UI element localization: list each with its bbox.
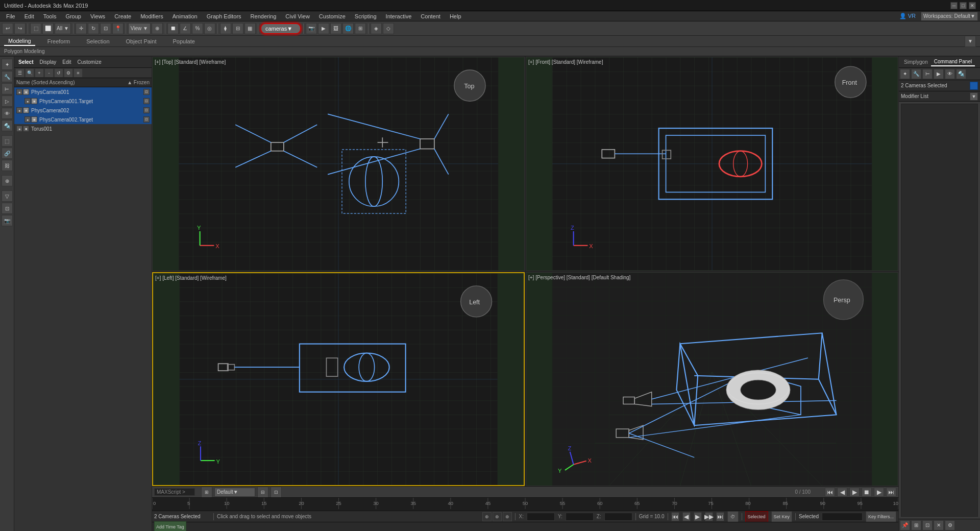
viewport-top[interactable]: [+] [Top] [Standard] [Wireframe] <box>152 57 525 271</box>
mirror-button[interactable]: ⧫ <box>220 23 231 34</box>
ref-coord-dropdown[interactable]: View ▼ <box>128 23 151 34</box>
prev-frame-button[interactable]: ◀ <box>837 488 847 497</box>
align-button[interactable]: ⊟ <box>232 23 243 34</box>
slate-material[interactable]: ◈ <box>371 23 382 34</box>
viewport-left[interactable]: [+] [Left] [Standard] [Wireframe] <box>152 272 525 487</box>
display-panel-icon[interactable]: 👁 <box>945 69 955 79</box>
scene-search-icon[interactable]: 🔍 <box>25 68 34 78</box>
select-filter-icon[interactable]: ▽ <box>2 190 13 202</box>
frame-nav-5[interactable]: ⏭ <box>716 512 724 521</box>
make-unique-icon[interactable]: ⊡ <box>922 520 933 530</box>
play-button[interactable]: ▶ <box>849 488 860 497</box>
maximize-button[interactable]: □ <box>960 2 967 9</box>
ribbon-tab-freeform[interactable]: Freeform <box>43 37 75 45</box>
go-end-button[interactable]: ⏭ <box>886 488 896 497</box>
frame-nav-1[interactable]: ⏮ <box>671 512 679 521</box>
frame-nav-3[interactable]: ▶ <box>694 512 702 521</box>
select-object-button[interactable]: ⬚ <box>30 23 41 34</box>
visibility-icon[interactable]: ● <box>16 126 22 132</box>
modify-icon[interactable]: 🔧 <box>2 71 13 82</box>
viewport-perspective[interactable]: [+] [Perspective] [Standard] [Default Sh… <box>526 272 898 487</box>
unlink-icon[interactable]: ⛓ <box>2 160 13 171</box>
time-config-btn[interactable]: ⏱ <box>727 511 739 522</box>
select-move-button[interactable]: ✛ <box>76 23 87 34</box>
menu-content[interactable]: Content <box>416 12 445 20</box>
color-swatch[interactable] <box>970 82 978 90</box>
menu-animation[interactable]: Animation <box>168 12 202 20</box>
key-filters-btn[interactable]: Key Filters... <box>866 511 896 522</box>
command-panel-tab[interactable]: Command Panel <box>931 58 975 66</box>
menu-file[interactable]: File <box>2 12 19 20</box>
viewport-front[interactable]: [+] [Front] [Standard] [Wireframe] <box>526 57 898 271</box>
scene-settings-icon[interactable]: ⚙ <box>64 68 73 78</box>
set-key-btn[interactable]: Set Key <box>771 511 793 522</box>
select-obj-icon[interactable]: ⬚ <box>2 135 13 147</box>
scene-row-physcam001[interactable]: ● ■ PhysCamera001 ⊡ <box>14 87 152 96</box>
close-button[interactable]: ✕ <box>969 2 976 9</box>
utilities-icon[interactable]: 🔩 <box>2 120 13 131</box>
ribbon-tab-selection[interactable]: Selection <box>82 37 113 45</box>
spinner-snap[interactable]: ◎ <box>204 23 215 34</box>
scene-row-physcam001target[interactable]: ● ■ PhysCamera001.Target ⊡ <box>14 96 152 106</box>
visibility-icon[interactable]: ● <box>24 116 31 123</box>
hierarchy-icon[interactable]: ⊢ <box>2 83 13 94</box>
workspaces-dropdown[interactable]: Workspaces: Default ▼ <box>921 12 978 21</box>
menu-create[interactable]: Create <box>110 12 135 20</box>
add-time-tag-btn[interactable]: Add Time Tag <box>154 521 186 532</box>
menu-views[interactable]: Views <box>86 12 109 20</box>
menu-modifiers[interactable]: Modifiers <box>136 12 167 20</box>
z-input[interactable] <box>604 513 632 521</box>
layer-btn2[interactable]: ⊟ <box>257 487 268 498</box>
remove-modifier-icon[interactable]: ✕ <box>934 520 944 530</box>
layer-btn3[interactable]: ⊡ <box>271 487 282 498</box>
selection-filter-dropdown[interactable]: All ▼ <box>55 23 71 34</box>
hierarchy-panel-icon[interactable]: ⊢ <box>922 69 933 79</box>
zoom-extents-all-icon[interactable]: ⊡ <box>2 203 13 214</box>
environment[interactable]: 🌐 <box>342 23 354 34</box>
menu-interactive[interactable]: Interactive <box>382 12 416 20</box>
scale-button[interactable]: ⊡ <box>100 23 111 34</box>
menu-civil-view[interactable]: Civil View <box>281 12 313 20</box>
display-icon[interactable]: 👁 <box>2 108 13 119</box>
link-icon[interactable]: 🔗 <box>2 148 13 159</box>
menu-help[interactable]: Help <box>446 12 465 20</box>
placement-button[interactable]: 📍 <box>112 23 124 34</box>
render-production[interactable]: 🖼 <box>330 23 341 34</box>
frame-nav-4[interactable]: ▶▶ <box>705 512 713 521</box>
menu-customize[interactable]: Customize <box>315 12 350 20</box>
render-frame-window[interactable]: ⊞ <box>355 23 366 34</box>
menu-group[interactable]: Group <box>61 12 85 20</box>
scene-row-physcam002[interactable]: ● ■ PhysCamera002 ⊡ <box>14 106 152 115</box>
minimize-button[interactable]: ─ <box>950 2 958 9</box>
menu-scripting[interactable]: Scripting <box>351 12 381 20</box>
motion-icon[interactable]: ▷ <box>2 95 13 107</box>
scene-row-torus001[interactable]: ● ■ Torus001 <box>14 124 152 133</box>
render-icon[interactable]: 📷 <box>2 215 13 226</box>
layer-dropdown[interactable]: Default ▼ <box>214 488 255 497</box>
modifier-list-dropdown[interactable]: ▼ <box>970 92 978 101</box>
customize-tab[interactable]: Customize <box>76 59 104 65</box>
scene-collapse-icon[interactable]: - <box>44 68 54 78</box>
visibility-icon[interactable]: ● <box>16 89 22 95</box>
scene-options-icon[interactable]: ≡ <box>74 68 83 78</box>
ribbon-collapse[interactable]: ▼ <box>965 36 976 47</box>
auto-key-btn[interactable]: Selected <box>745 511 768 522</box>
percent-snap[interactable]: % <box>192 23 203 34</box>
layer-icon[interactable]: ⊞ <box>201 487 212 498</box>
visibility-icon[interactable]: ● <box>24 98 31 104</box>
camera-filter-dropdown[interactable]: cameras ▼ <box>260 23 301 34</box>
create-panel-icon[interactable]: ✦ <box>900 69 910 79</box>
select-tab[interactable]: Select <box>16 59 35 65</box>
menu-rendering[interactable]: Rendering <box>247 12 281 20</box>
ribbon-tab-objectpaint[interactable]: Object Paint <box>122 37 161 45</box>
ribbon-tab-modeling[interactable]: Modeling <box>4 37 35 46</box>
menu-graph-editors[interactable]: Graph Editors <box>203 12 246 20</box>
scene-row-physcam002target[interactable]: ● ■ PhysCamera002.Target ⊡ <box>14 115 152 124</box>
pin-stack-icon[interactable]: 📌 <box>900 520 910 530</box>
ribbon-tab-populate[interactable]: Populate <box>168 37 199 45</box>
menu-tools[interactable]: Tools <box>39 12 61 20</box>
menu-edit[interactable]: Edit <box>20 12 38 20</box>
show-end-result-icon[interactable]: ⊞ <box>911 520 921 530</box>
modify-panel-icon[interactable]: 🔧 <box>911 69 921 79</box>
angle-snap[interactable]: ∠ <box>180 23 191 34</box>
